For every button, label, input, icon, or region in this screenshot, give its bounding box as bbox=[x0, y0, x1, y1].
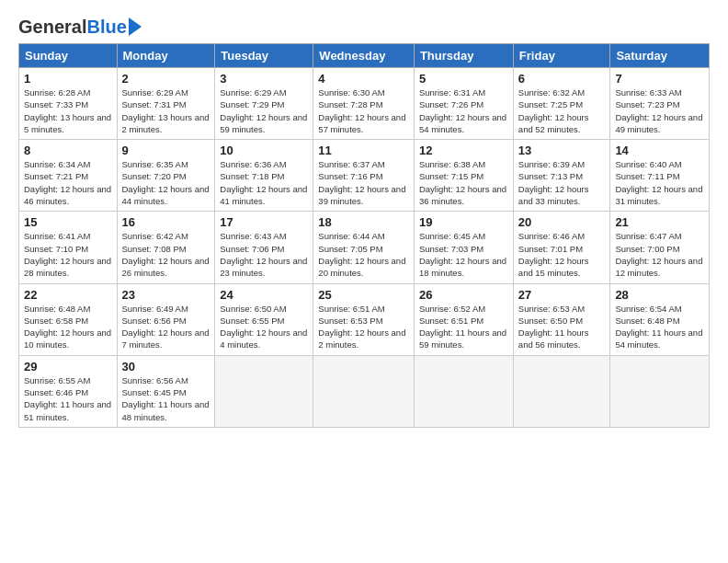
calendar-cell: 10Sunrise: 6:36 AMSunset: 7:18 PMDayligh… bbox=[215, 140, 313, 212]
day-info: Sunrise: 6:44 AMSunset: 7:05 PMDaylight:… bbox=[318, 230, 409, 279]
logo: General Blue bbox=[18, 17, 142, 38]
calendar-cell: 18Sunrise: 6:44 AMSunset: 7:05 PMDayligh… bbox=[313, 212, 415, 283]
day-number: 11 bbox=[318, 144, 409, 157]
calendar-cell: 12Sunrise: 6:38 AMSunset: 7:15 PMDayligh… bbox=[414, 140, 513, 212]
day-number: 3 bbox=[220, 72, 308, 86]
calendar-cell: 21Sunrise: 6:47 AMSunset: 7:00 PMDayligh… bbox=[610, 212, 710, 283]
day-number: 30 bbox=[122, 360, 210, 373]
day-info: Sunrise: 6:51 AMSunset: 6:53 PMDaylight:… bbox=[318, 303, 409, 351]
calendar-cell: 16Sunrise: 6:42 AMSunset: 7:08 PMDayligh… bbox=[117, 212, 215, 283]
day-info: Sunrise: 6:36 AMSunset: 7:18 PMDaylight:… bbox=[220, 158, 308, 207]
day-number: 7 bbox=[615, 72, 704, 86]
calendar-cell bbox=[414, 355, 513, 427]
calendar-cell bbox=[215, 355, 313, 427]
page: General Blue SundayMondayTuesdayWednesda… bbox=[0, 0, 728, 437]
calendar-cell: 19Sunrise: 6:45 AMSunset: 7:03 PMDayligh… bbox=[414, 212, 513, 283]
calendar-cell: 22Sunrise: 6:48 AMSunset: 6:58 PMDayligh… bbox=[19, 283, 118, 355]
week-row-3: 15Sunrise: 6:41 AMSunset: 7:10 PMDayligh… bbox=[19, 212, 710, 283]
day-info: Sunrise: 6:56 AMSunset: 6:45 PMDaylight:… bbox=[122, 374, 210, 423]
day-info: Sunrise: 6:47 AMSunset: 7:00 PMDaylight:… bbox=[615, 230, 704, 279]
week-row-5: 29Sunrise: 6:55 AMSunset: 6:46 PMDayligh… bbox=[19, 355, 710, 427]
day-info: Sunrise: 6:34 AMSunset: 7:21 PMDaylight:… bbox=[24, 158, 112, 207]
calendar-cell: 30Sunrise: 6:56 AMSunset: 6:45 PMDayligh… bbox=[117, 355, 215, 427]
day-info: Sunrise: 6:29 AMSunset: 7:29 PMDaylight:… bbox=[220, 86, 308, 135]
calendar-cell: 25Sunrise: 6:51 AMSunset: 6:53 PMDayligh… bbox=[313, 283, 415, 355]
day-number: 17 bbox=[220, 215, 308, 229]
calendar-cell: 17Sunrise: 6:43 AMSunset: 7:06 PMDayligh… bbox=[215, 212, 313, 283]
day-info: Sunrise: 6:37 AMSunset: 7:16 PMDaylight:… bbox=[318, 158, 409, 207]
week-row-2: 8Sunrise: 6:34 AMSunset: 7:21 PMDaylight… bbox=[19, 140, 710, 212]
calendar-cell: 3Sunrise: 6:29 AMSunset: 7:29 PMDaylight… bbox=[215, 68, 313, 140]
day-header-sunday: Sunday bbox=[19, 44, 118, 68]
day-number: 8 bbox=[24, 144, 112, 157]
day-header-wednesday: Wednesday bbox=[313, 44, 415, 68]
day-number: 18 bbox=[318, 215, 409, 229]
calendar-cell: 5Sunrise: 6:31 AMSunset: 7:26 PMDaylight… bbox=[414, 68, 513, 140]
day-info: Sunrise: 6:52 AMSunset: 6:51 PMDaylight:… bbox=[419, 303, 508, 351]
day-number: 6 bbox=[518, 72, 606, 86]
calendar-cell: 28Sunrise: 6:54 AMSunset: 6:48 PMDayligh… bbox=[610, 283, 710, 355]
day-info: Sunrise: 6:43 AMSunset: 7:06 PMDaylight:… bbox=[220, 230, 308, 279]
day-info: Sunrise: 6:31 AMSunset: 7:26 PMDaylight:… bbox=[419, 86, 508, 135]
day-header-saturday: Saturday bbox=[610, 44, 710, 68]
day-info: Sunrise: 6:50 AMSunset: 6:55 PMDaylight:… bbox=[220, 303, 308, 351]
day-number: 23 bbox=[122, 288, 210, 302]
day-number: 28 bbox=[615, 288, 704, 302]
day-info: Sunrise: 6:32 AMSunset: 7:25 PMDaylight:… bbox=[518, 86, 606, 135]
calendar-cell: 27Sunrise: 6:53 AMSunset: 6:50 PMDayligh… bbox=[513, 283, 610, 355]
calendar-cell bbox=[313, 355, 415, 427]
day-number: 5 bbox=[419, 72, 508, 86]
day-header-friday: Friday bbox=[513, 44, 610, 68]
day-info: Sunrise: 6:28 AMSunset: 7:33 PMDaylight:… bbox=[24, 86, 112, 135]
day-number: 19 bbox=[419, 215, 508, 229]
calendar-cell: 4Sunrise: 6:30 AMSunset: 7:28 PMDaylight… bbox=[313, 68, 415, 140]
day-number: 21 bbox=[615, 215, 704, 229]
day-number: 16 bbox=[122, 215, 210, 229]
week-row-4: 22Sunrise: 6:48 AMSunset: 6:58 PMDayligh… bbox=[19, 283, 710, 355]
day-info: Sunrise: 6:30 AMSunset: 7:28 PMDaylight:… bbox=[318, 86, 409, 135]
day-info: Sunrise: 6:48 AMSunset: 6:58 PMDaylight:… bbox=[24, 303, 112, 351]
calendar-cell: 15Sunrise: 6:41 AMSunset: 7:10 PMDayligh… bbox=[19, 212, 118, 283]
day-number: 26 bbox=[419, 288, 508, 302]
day-info: Sunrise: 6:40 AMSunset: 7:11 PMDaylight:… bbox=[615, 158, 704, 207]
day-info: Sunrise: 6:55 AMSunset: 6:46 PMDaylight:… bbox=[24, 374, 112, 423]
day-info: Sunrise: 6:33 AMSunset: 7:23 PMDaylight:… bbox=[615, 86, 704, 135]
day-header-tuesday: Tuesday bbox=[215, 44, 313, 68]
day-info: Sunrise: 6:38 AMSunset: 7:15 PMDaylight:… bbox=[419, 158, 508, 207]
day-number: 29 bbox=[24, 360, 112, 373]
calendar-cell: 20Sunrise: 6:46 AMSunset: 7:01 PMDayligh… bbox=[513, 212, 610, 283]
day-number: 9 bbox=[122, 144, 210, 157]
day-info: Sunrise: 6:49 AMSunset: 6:56 PMDaylight:… bbox=[122, 303, 210, 351]
logo-area: General Blue bbox=[18, 17, 142, 38]
day-number: 13 bbox=[518, 144, 606, 157]
day-number: 2 bbox=[122, 72, 210, 86]
day-number: 4 bbox=[318, 72, 409, 86]
calendar-cell: 8Sunrise: 6:34 AMSunset: 7:21 PMDaylight… bbox=[19, 140, 118, 212]
calendar-cell: 7Sunrise: 6:33 AMSunset: 7:23 PMDaylight… bbox=[610, 68, 710, 140]
logo-general: General bbox=[18, 17, 86, 38]
calendar-cell: 9Sunrise: 6:35 AMSunset: 7:20 PMDaylight… bbox=[117, 140, 215, 212]
day-info: Sunrise: 6:46 AMSunset: 7:01 PMDaylight:… bbox=[518, 230, 606, 279]
day-number: 12 bbox=[419, 144, 508, 157]
calendar-cell: 26Sunrise: 6:52 AMSunset: 6:51 PMDayligh… bbox=[414, 283, 513, 355]
day-number: 1 bbox=[24, 72, 112, 86]
calendar-header-row: SundayMondayTuesdayWednesdayThursdayFrid… bbox=[19, 44, 710, 68]
day-number: 10 bbox=[220, 144, 308, 157]
day-number: 20 bbox=[518, 215, 606, 229]
calendar-cell: 14Sunrise: 6:40 AMSunset: 7:11 PMDayligh… bbox=[610, 140, 710, 212]
day-number: 27 bbox=[518, 288, 606, 302]
day-number: 24 bbox=[220, 288, 308, 302]
calendar-cell: 24Sunrise: 6:50 AMSunset: 6:55 PMDayligh… bbox=[215, 283, 313, 355]
day-info: Sunrise: 6:45 AMSunset: 7:03 PMDaylight:… bbox=[419, 230, 508, 279]
day-info: Sunrise: 6:39 AMSunset: 7:13 PMDaylight:… bbox=[518, 158, 606, 207]
day-info: Sunrise: 6:42 AMSunset: 7:08 PMDaylight:… bbox=[122, 230, 210, 279]
header: General Blue bbox=[18, 17, 710, 38]
calendar-cell: 11Sunrise: 6:37 AMSunset: 7:16 PMDayligh… bbox=[313, 140, 415, 212]
day-number: 14 bbox=[615, 144, 704, 157]
day-number: 25 bbox=[318, 288, 409, 302]
day-info: Sunrise: 6:54 AMSunset: 6:48 PMDaylight:… bbox=[615, 303, 704, 351]
calendar-cell: 2Sunrise: 6:29 AMSunset: 7:31 PMDaylight… bbox=[117, 68, 215, 140]
logo-blue: Blue bbox=[86, 17, 126, 38]
day-number: 15 bbox=[24, 215, 112, 229]
logo-arrow-icon bbox=[129, 17, 142, 36]
